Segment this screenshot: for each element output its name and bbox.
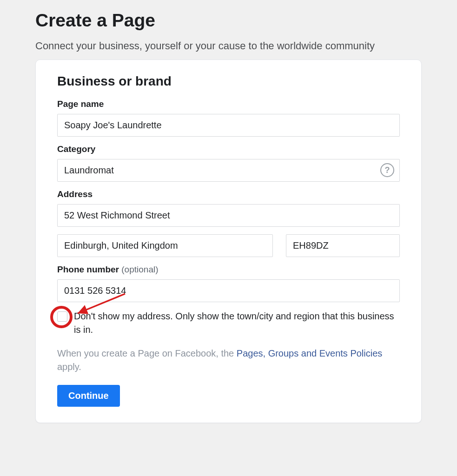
policy-suffix: apply. xyxy=(57,362,81,372)
policy-prefix: When you create a Page on Facebook, the xyxy=(57,348,237,358)
hide-address-label: Don't show my address. Only show the tow… xyxy=(74,310,400,337)
form-card: Business or brand Page name Category ? A… xyxy=(35,60,422,423)
section-title: Business or brand xyxy=(57,74,400,89)
phone-input[interactable] xyxy=(57,279,400,302)
page-name-field: Page name xyxy=(57,99,400,137)
category-label: Category xyxy=(57,144,400,154)
phone-optional-text: (optional) xyxy=(121,264,158,274)
city-input[interactable] xyxy=(57,234,273,257)
phone-label-text: Phone number xyxy=(57,264,119,274)
page-name-label: Page name xyxy=(57,99,400,109)
page-title: Create a Page xyxy=(35,10,422,31)
phone-label: Phone number (optional) xyxy=(57,264,400,275)
address-row-2 xyxy=(57,234,400,257)
hide-address-row: Don't show my address. Only show the tow… xyxy=(57,310,400,337)
address-field: Address xyxy=(57,189,400,227)
hide-address-checkbox[interactable] xyxy=(57,311,67,322)
continue-button[interactable]: Continue xyxy=(57,385,120,407)
page-name-input[interactable] xyxy=(57,114,400,137)
help-icon[interactable]: ? xyxy=(380,163,394,177)
category-input[interactable] xyxy=(57,159,400,182)
address-label: Address xyxy=(57,189,400,199)
category-field: Category ? xyxy=(57,144,400,182)
policy-text: When you create a Page on Facebook, the … xyxy=(57,347,400,374)
page-subtitle: Connect your business, yourself or your … xyxy=(35,39,422,53)
street-input[interactable] xyxy=(57,204,400,227)
phone-field: Phone number (optional) xyxy=(57,264,400,302)
postcode-input[interactable] xyxy=(286,234,400,257)
policies-link[interactable]: Pages, Groups and Events Policies xyxy=(237,348,383,358)
